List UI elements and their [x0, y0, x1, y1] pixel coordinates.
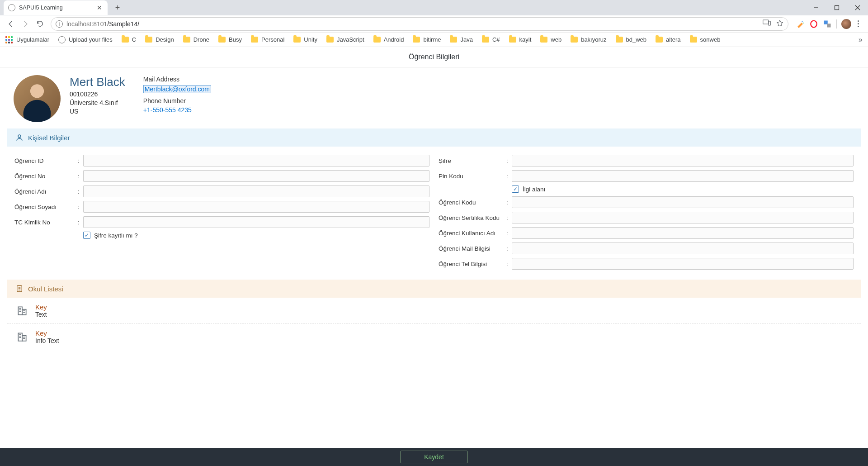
- ext-wand-icon[interactable]: [796, 19, 805, 29]
- folder-icon: [571, 37, 578, 43]
- input-student-code[interactable]: [512, 196, 854, 208]
- input-username[interactable]: [512, 227, 854, 239]
- bookmarks-overflow-icon[interactable]: »: [859, 36, 863, 44]
- input-student-id[interactable]: [83, 155, 429, 166]
- bookmark-folder[interactable]: sonweb: [690, 36, 721, 43]
- input-student-no[interactable]: [83, 170, 429, 182]
- bookmark-folder[interactable]: bd_web: [616, 36, 647, 43]
- bookmark-label: C#: [492, 36, 500, 43]
- list-item-key: Key: [35, 329, 59, 337]
- bookmark-label: JavaScript: [337, 36, 364, 43]
- svg-rect-4: [763, 20, 769, 24]
- bookmark-folder[interactable]: bitirme: [413, 36, 441, 43]
- bookmark-folder[interactable]: kayit: [509, 36, 532, 43]
- address-bar[interactable]: i localhost:8101/Sample14/: [51, 17, 788, 31]
- section-title: Okul Listesi: [28, 285, 63, 293]
- student-country: US: [70, 107, 125, 116]
- ext-opera-icon[interactable]: [809, 19, 818, 29]
- label-username: Öğrenci Kullanıcı Adı: [439, 230, 506, 237]
- label-student-name: Öğrenci Adı: [14, 188, 78, 195]
- bookmark-label: Android: [384, 36, 404, 43]
- input-student-name[interactable]: [83, 185, 429, 197]
- section-title: Kişisel Bilgiler: [28, 134, 70, 142]
- input-cert-code[interactable]: [512, 212, 854, 223]
- folder-icon: [251, 37, 258, 43]
- window-minimize-button[interactable]: [806, 0, 826, 15]
- folder-icon: [326, 37, 334, 43]
- input-mail[interactable]: [512, 243, 854, 254]
- new-tab-button[interactable]: +: [111, 1, 124, 14]
- folder-icon: [373, 37, 381, 43]
- phone-label: Phone Number: [143, 97, 211, 106]
- label-student-no: Öğrenci No: [14, 173, 78, 180]
- browser-tab[interactable]: SAPUI5 Learning ✕: [4, 0, 108, 15]
- label-interest: İlgi alanı: [523, 186, 590, 193]
- window-close-button[interactable]: [847, 0, 868, 15]
- input-tc[interactable]: [83, 216, 429, 228]
- bookmark-folder[interactable]: Design: [145, 36, 174, 43]
- bookmark-folder[interactable]: Android: [373, 36, 404, 43]
- folder-icon: [145, 37, 152, 43]
- bookmark-folder[interactable]: Busy: [218, 36, 242, 43]
- bookmark-upload[interactable]: Upload your files: [58, 36, 113, 43]
- bookmark-folder[interactable]: bakıyoruz: [571, 36, 606, 43]
- svg-point-6: [802, 20, 802, 21]
- section-personal-header: Kişisel Bilgiler: [7, 128, 861, 147]
- page-title: Öğrenci Bilgileri: [0, 47, 868, 67]
- bookmark-label: Personal: [261, 36, 284, 43]
- student-avatar: [14, 75, 61, 122]
- nav-reload-button[interactable]: [33, 17, 47, 31]
- tab-close-icon[interactable]: ✕: [96, 4, 103, 11]
- list-item[interactable]: KeyText: [7, 298, 861, 324]
- bookmark-folder[interactable]: JavaScript: [326, 36, 364, 43]
- folder-icon: [616, 37, 623, 43]
- svg-point-11: [18, 135, 21, 138]
- bookmark-folder[interactable]: Java: [450, 36, 472, 43]
- checkbox-password-saved[interactable]: [83, 232, 90, 239]
- student-grade: Üniversite 4.Sınıf: [70, 99, 125, 107]
- checkbox-interest[interactable]: [512, 185, 519, 193]
- bookmarks-bar: Uygulamalar Upload your files CDesignDro…: [0, 33, 868, 47]
- student-name: Mert Black: [70, 75, 125, 89]
- list-item[interactable]: KeyInfo Text: [7, 324, 861, 350]
- building-icon: [16, 305, 28, 317]
- bookmark-star-icon[interactable]: [776, 19, 783, 28]
- globe-icon: [58, 36, 66, 43]
- object-header: Mert Black 00100226 Üniversite 4.Sınıf U…: [0, 67, 868, 128]
- browser-menu-button[interactable]: [856, 19, 861, 29]
- browser-tab-bar: SAPUI5 Learning ✕ +: [0, 0, 868, 15]
- bookmark-folder[interactable]: altera: [656, 36, 681, 43]
- devices-icon[interactable]: [763, 19, 771, 28]
- bookmark-folder[interactable]: Unity: [293, 36, 317, 43]
- profile-avatar[interactable]: [841, 19, 851, 29]
- input-pin[interactable]: [512, 170, 854, 182]
- window-maximize-button[interactable]: [826, 0, 847, 15]
- bookmark-label: Java: [460, 36, 472, 43]
- bookmark-folder[interactable]: C: [122, 36, 136, 43]
- site-info-icon[interactable]: i: [56, 20, 63, 28]
- bookmark-folder[interactable]: Personal: [251, 36, 284, 43]
- bookmark-label: altera: [666, 36, 681, 43]
- label-student-surname: Öğrenci Soyadı: [14, 204, 78, 210]
- input-password[interactable]: [512, 155, 854, 166]
- svg-point-8: [811, 20, 817, 27]
- input-phone[interactable]: [512, 258, 854, 270]
- ext-translate-icon[interactable]: [823, 19, 832, 29]
- list-item-text: Text: [35, 311, 47, 318]
- input-student-surname[interactable]: [83, 201, 429, 213]
- phone-link[interactable]: +1-550-555 4235: [143, 106, 211, 115]
- bookmark-folder[interactable]: web: [540, 36, 561, 43]
- mail-link[interactable]: Mertblack@oxford.com: [143, 85, 211, 93]
- nav-forward-button[interactable]: [18, 17, 33, 31]
- svg-rect-1: [835, 6, 839, 10]
- bookmark-apps[interactable]: Uygulamalar: [5, 36, 49, 43]
- bookmark-label: Busy: [229, 36, 242, 43]
- bookmark-label: bakıyoruz: [581, 36, 606, 43]
- bookmark-folder[interactable]: Drone: [183, 36, 209, 43]
- browser-nav-bar: i localhost:8101/Sample14/: [0, 15, 868, 33]
- svg-rect-5: [769, 21, 771, 25]
- bookmark-label: sonweb: [700, 36, 721, 43]
- page-content: Öğrenci Bilgileri Mert Black 00100226 Ün…: [0, 47, 868, 448]
- bookmark-folder[interactable]: C#: [482, 36, 500, 43]
- nav-back-button[interactable]: [4, 17, 18, 31]
